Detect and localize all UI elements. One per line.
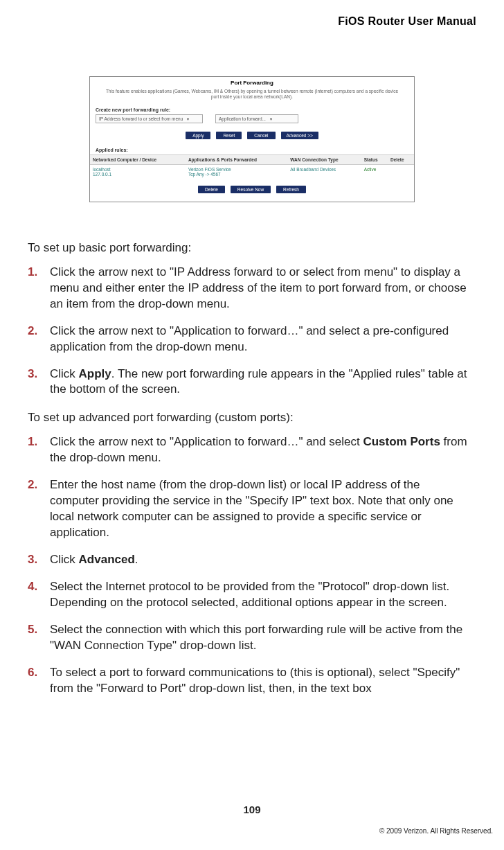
step-number: 3. <box>28 552 37 568</box>
list-item: 4. Select the Internet protocol to be pr… <box>50 579 476 611</box>
ip-address-dropdown-text: IP Address forward to or select from men… <box>99 116 183 121</box>
step-text: Click the arrow next to "IP Address forw… <box>50 265 467 310</box>
copyright-text: © 2009 Verizon. All Rights Reserved. <box>379 827 493 835</box>
step-text-c: . The new port forwarding rule appears i… <box>50 367 467 396</box>
step-text: Click the arrow next to "Application to … <box>50 324 449 353</box>
col-status: Status <box>361 154 388 164</box>
apply-button[interactable]: Apply <box>186 132 210 139</box>
list-item: 1. Click the arrow next to "IP Address f… <box>50 265 476 312</box>
col-wan: WAN Connection Type <box>287 154 361 164</box>
list-item: 3. Click Advanced. <box>50 552 476 568</box>
page-number: 109 <box>0 804 504 815</box>
application-dropdown-text: Application to forward... <box>219 116 266 121</box>
applied-rules-label: Applied rules: <box>90 145 414 154</box>
cell-status: Active <box>364 167 377 172</box>
col-device: Networked Computer / Device <box>90 154 186 164</box>
cancel-button[interactable]: Cancel <box>247 132 275 139</box>
step-text-a: Click <box>50 367 79 380</box>
step-text-bold: Advanced <box>79 553 135 566</box>
step-number: 1. <box>28 265 37 281</box>
create-rule-label: Create new port forwarding rule: <box>90 105 414 114</box>
step-text-bold: Custom Ports <box>363 435 440 448</box>
step-text: To select a port to forward communicatio… <box>50 666 460 695</box>
step-number: 5. <box>28 622 37 638</box>
cell-app: Verizon FiOS Service <box>188 167 231 172</box>
step-number: 3. <box>28 366 37 382</box>
col-apps: Applications & Ports Forwarded <box>186 154 287 164</box>
step-text-a: Click the arrow next to "Application to … <box>50 435 363 448</box>
step-text-c: . <box>135 553 138 566</box>
ip-address-dropdown[interactable]: IP Address forward to or select from men… <box>96 114 203 123</box>
chevron-down-icon: ▾ <box>270 116 272 121</box>
refresh-button[interactable]: Refresh <box>276 186 306 193</box>
application-dropdown[interactable]: Application to forward... ▾ <box>215 114 298 123</box>
list-item: 1. Click the arrow next to "Application … <box>50 434 476 466</box>
reset-button[interactable]: Reset <box>216 132 242 139</box>
step-text: Select the Internet protocol to be provi… <box>50 580 449 609</box>
advanced-button[interactable]: Advanced >> <box>281 132 318 139</box>
list-item: 3. Click Apply. The new port forwarding … <box>50 366 476 398</box>
basic-steps-list: 1. Click the arrow next to "IP Address f… <box>28 265 476 398</box>
list-item: 5. Select the connection with which this… <box>50 622 476 654</box>
applied-rules-table: Networked Computer / Device Applications… <box>90 154 414 179</box>
panel-title: Port Forwarding <box>90 77 414 87</box>
advanced-steps-list: 1. Click the arrow next to "Application … <box>28 434 476 696</box>
step-number: 4. <box>28 579 37 595</box>
step-number: 6. <box>28 665 37 681</box>
list-item: 6. To select a port to forward communica… <box>50 665 476 697</box>
list-item: 2. Click the arrow next to "Application … <box>50 324 476 355</box>
step-text: Select the connection with which this po… <box>50 623 462 652</box>
chevron-down-icon: ▾ <box>187 116 189 121</box>
col-delete: Delete <box>388 154 414 164</box>
step-number: 2. <box>28 324 37 339</box>
cell-ip: 127.0.0.1 <box>93 172 111 177</box>
advanced-intro: To set up advanced port forwarding (cust… <box>28 410 476 426</box>
step-text-bold: Apply <box>79 367 111 380</box>
step-number: 1. <box>28 434 37 450</box>
manual-title: FiOS Router User Manual <box>338 15 476 28</box>
step-number: 2. <box>28 477 37 493</box>
step-text: Enter the host name (from the drop-down … <box>50 478 453 539</box>
delete-button[interactable]: Delete <box>198 186 225 193</box>
resolve-now-button[interactable]: Resolve Now <box>231 186 271 193</box>
basic-intro: To set up basic port forwarding: <box>28 240 476 256</box>
list-item: 2. Enter the host name (from the drop-do… <box>50 477 476 541</box>
step-text-a: Click <box>50 553 79 566</box>
cell-ports: Tcp Any -> 4567 <box>188 172 221 177</box>
embedded-screenshot: Port Forwarding This feature enables app… <box>89 76 415 202</box>
cell-wan: All Broadband Devices <box>290 167 336 172</box>
table-row: localhost 127.0.0.1 Verizon FiOS Service… <box>90 164 414 179</box>
panel-description: This feature enables applications (Games… <box>90 87 414 105</box>
cell-host: localhost <box>93 167 111 172</box>
